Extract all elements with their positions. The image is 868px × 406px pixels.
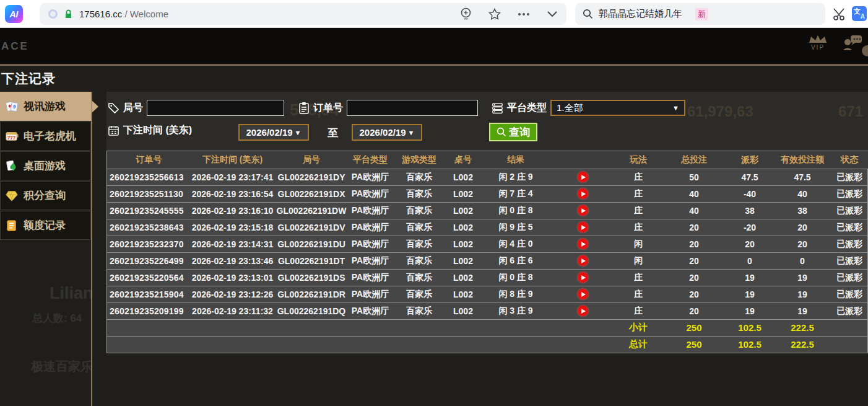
cell-order: 260219235215904 <box>107 286 191 302</box>
sidebar-item-live-games[interactable]: 9 视讯游戏 <box>0 92 91 121</box>
cell-round: GL002262191DT <box>274 252 349 269</box>
date-to-value: 2026/02/19 <box>360 127 406 138</box>
table-row: 260219235226499 2026-02-19 23:13:46 GL00… <box>107 252 868 269</box>
cell-payout: 19 <box>725 302 775 319</box>
platform-select[interactable]: 1.全部 ▼ <box>550 100 685 116</box>
site-logo[interactable]: ACE <box>1 40 29 53</box>
sidebar-item-slots[interactable]: 777 电子老虎机 <box>0 121 91 151</box>
cell-result: 闲 9 庄 5 <box>480 219 552 236</box>
date-arrow-icon: ▼ <box>295 129 302 136</box>
document-icon <box>5 219 19 232</box>
cell-round: GL002262191DX <box>274 185 349 202</box>
lock-icon[interactable] <box>64 9 73 19</box>
cell-bet: 20 <box>663 286 725 302</box>
cell-time: 2026-02-19 23:16:54 <box>191 185 274 202</box>
cell-bet: 50 <box>663 169 725 185</box>
sidebar-item-quota[interactable]: 额度记录 <box>0 211 91 240</box>
table-row: 260219235238643 2026-02-19 23:15:18 GL00… <box>107 219 868 236</box>
cell-result: 闲 2 庄 9 <box>480 169 552 185</box>
cell-play: 庄 <box>614 202 663 219</box>
search-query: 郭晶晶忘记结婚几年 <box>599 8 682 20</box>
cell-bet: 20 <box>663 236 725 252</box>
cell-result: 闲 8 庄 9 <box>480 286 552 302</box>
cell-bet: 20 <box>663 219 725 236</box>
cell-time: 2026-02-19 23:14:31 <box>191 236 274 252</box>
cell-payout: -20 <box>725 219 775 236</box>
play-icon[interactable] <box>578 239 588 249</box>
site-info-icon[interactable] <box>48 9 58 19</box>
cell-table: L002 <box>446 302 480 319</box>
date-arrow-icon: ▼ <box>408 129 415 136</box>
play-icon[interactable] <box>578 255 588 266</box>
customer-service-icon[interactable] <box>842 34 863 53</box>
cell-bet: 20 <box>663 269 725 286</box>
play-icon[interactable] <box>578 306 588 316</box>
cell-valid: 19 <box>775 286 830 302</box>
subtotal-row: 小计 250 102.5 222.5 <box>107 319 868 336</box>
translate-zh-glyph: 文 <box>854 8 861 15</box>
sidebar-item-points[interactable]: 积分查询 <box>0 181 91 210</box>
play-icon[interactable] <box>578 272 588 283</box>
cell-time: 2026-02-19 23:11:32 <box>191 302 274 319</box>
spade-card-icon <box>5 159 19 173</box>
cell-order: 260219235232370 <box>107 236 191 252</box>
cell-play: 闲 <box>614 236 663 252</box>
vip-button[interactable]: VIP <box>807 34 828 51</box>
translate-icon[interactable]: 文A <box>852 6 867 21</box>
more-icon[interactable] <box>518 12 530 16</box>
cell-result: 闲 0 庄 8 <box>480 202 552 219</box>
cell-order: 260219235256613 <box>107 169 191 185</box>
sidebar-item-label: 桌面游戏 <box>24 159 66 173</box>
play-icon[interactable] <box>578 222 588 232</box>
order-filter-label: 订单号 <box>313 102 343 115</box>
cell-game: 百家乐 <box>392 185 446 202</box>
search-bar[interactable]: 郭晶晶忘记结婚几年 新 <box>575 3 825 25</box>
gem-icon <box>5 189 19 203</box>
table-row: 260219235245555 2026-02-19 23:16:10 GL00… <box>107 202 868 219</box>
play-icon[interactable] <box>578 205 588 216</box>
play-icon[interactable] <box>578 188 588 199</box>
col-status: 状态 <box>830 151 868 169</box>
cards-icon: 9 <box>5 100 19 113</box>
chevron-down-icon[interactable] <box>547 11 558 17</box>
sidebar-item-table-games[interactable]: 桌面游戏 <box>0 151 91 180</box>
avatar[interactable] <box>862 45 868 56</box>
cell-valid: 47.5 <box>775 169 830 185</box>
cell-round: GL002262191DV <box>274 219 349 236</box>
filter-panel: 508,04 61,979,63 671 局号 订单号 平台类型 <box>106 92 868 151</box>
bet-records-table: 订单号 下注时间 (美东) 局号 平台类型 游戏类型 桌号 结果 玩法 总投注 … <box>106 151 868 353</box>
star-icon[interactable] <box>488 8 501 20</box>
app-logo-icon[interactable]: AI <box>5 5 23 23</box>
cell-bet: 40 <box>663 185 725 202</box>
cell-order: 260219235251130 <box>107 185 191 202</box>
date-to-select[interactable]: 2026/02/19▼ <box>352 124 422 141</box>
ghost-dealer-name: Lilian <box>50 284 93 303</box>
scissors-icon[interactable] <box>832 7 847 22</box>
to-label: 至 <box>328 126 338 140</box>
tag-icon <box>108 102 119 114</box>
cell-table: L002 <box>446 185 480 202</box>
play-icon[interactable] <box>578 289 588 299</box>
svg-text:777: 777 <box>7 135 15 140</box>
col-bet: 总投注 <box>663 151 725 169</box>
table-header-row: 订单号 下注时间 (美东) 局号 平台类型 游戏类型 桌号 结果 玩法 总投注 … <box>107 151 868 169</box>
date-from-select[interactable]: 2026/02/19▼ <box>238 124 309 141</box>
zoom-page-icon[interactable] <box>460 7 472 20</box>
play-icon[interactable] <box>578 172 588 182</box>
round-input[interactable] <box>147 100 284 116</box>
table-row: 260219235215904 2026-02-19 23:12:26 GL00… <box>107 286 868 302</box>
calendar-icon <box>108 125 119 136</box>
cell-table: L002 <box>446 236 480 252</box>
cell-play: 庄 <box>614 269 663 286</box>
new-badge[interactable]: 新 <box>695 8 708 20</box>
cell-payout: -40 <box>725 185 775 202</box>
query-button[interactable]: 查询 <box>489 123 537 141</box>
cell-table: L002 <box>446 202 480 219</box>
cell-valid: 20 <box>775 219 830 236</box>
col-replay <box>552 151 614 169</box>
order-input[interactable] <box>347 100 478 116</box>
url-text: 175616.cc / Welcome <box>79 9 168 19</box>
cell-replay <box>552 269 614 286</box>
date-from-value: 2026/02/19 <box>246 127 293 138</box>
address-bar[interactable]: 175616.cc / Welcome <box>40 3 566 25</box>
